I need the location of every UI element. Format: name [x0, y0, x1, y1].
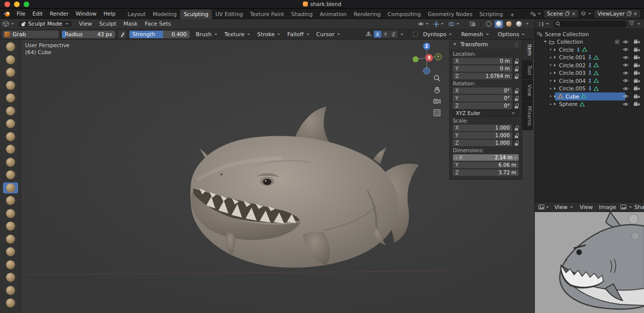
scene-browse-button[interactable] [529, 12, 543, 16]
lock-icon[interactable] [514, 58, 519, 64]
radius-pressure-toggle[interactable] [118, 31, 126, 38]
symmetry-dropdown-caret-icon[interactable] [400, 34, 404, 35]
disclosure-triangle-icon[interactable] [554, 71, 556, 74]
eye-toggle-icon[interactable] [622, 55, 629, 60]
eye-toggle-icon[interactable] [622, 63, 629, 67]
outliner-row-circle[interactable]: Circle [535, 46, 644, 54]
workspace-tab-modeling[interactable]: Modeling [149, 10, 180, 19]
outliner-row-scene-collection[interactable]: Scene Collection [535, 30, 644, 38]
show-visibility-dropdown[interactable] [417, 22, 431, 26]
eye-toggle-icon[interactable] [622, 71, 629, 75]
shading-wireframe-button[interactable] [485, 20, 493, 28]
field-location--x[interactable]: X0 m [453, 58, 512, 64]
shading-rendered-button[interactable] [515, 20, 523, 28]
brush-pose[interactable] [3, 234, 18, 245]
menu-render[interactable]: Render [46, 11, 72, 17]
shark-body-group[interactable] [190, 107, 419, 268]
outliner-search[interactable] [553, 21, 627, 28]
brush-thumb[interactable] [3, 221, 18, 232]
lock-icon[interactable] [514, 95, 519, 101]
lock-icon[interactable] [514, 103, 519, 109]
panel-dropdown-cursor[interactable]: Cursor [313, 31, 344, 38]
panel-dropdown-brush[interactable]: Brush [193, 31, 221, 38]
brush-smooth[interactable] [3, 144, 18, 155]
brush-slide-relax[interactable] [3, 272, 18, 283]
eye-toggle-icon[interactable] [622, 86, 629, 91]
field-rotation--x[interactable]: X0° [453, 87, 512, 94]
field-location--z[interactable]: Z1.0764 m [453, 73, 512, 79]
camera-toggle-icon[interactable] [633, 101, 640, 107]
symmetry-y-toggle[interactable]: Y [382, 31, 389, 38]
symmetry-x-toggle[interactable]: X [374, 31, 381, 38]
field-rotation--z[interactable]: Z0° [453, 102, 512, 109]
workspace-tab-layout[interactable]: Layout [124, 10, 149, 19]
increment-arrow-icon[interactable]: › [514, 155, 516, 160]
brush-draw-sharp[interactable] [3, 54, 18, 65]
viewport-menu-mask[interactable]: Mask [120, 21, 141, 27]
workspace-tab-scripting[interactable]: Scripting [476, 10, 507, 19]
close-window-button[interactable] [5, 2, 10, 7]
lock-icon[interactable] [514, 88, 519, 94]
shading-material-button[interactable] [505, 20, 513, 28]
eye-toggle-icon[interactable] [622, 47, 629, 52]
symmetry-z-toggle[interactable]: Z [390, 31, 397, 38]
zoom-button[interactable] [433, 74, 441, 82]
new-scene-button[interactable] [565, 11, 570, 16]
camera-toggle-icon[interactable] [633, 39, 640, 44]
lock-icon[interactable] [514, 133, 519, 139]
disclosure-triangle-icon[interactable] [554, 48, 556, 51]
navigation-gizmo[interactable]: Z X Y [411, 41, 443, 76]
scene-selector[interactable]: Scene × [544, 10, 578, 18]
field-dimensions--z[interactable]: Z3.72 m [453, 169, 519, 176]
workspace-tab-compositing[interactable]: Compositing [384, 10, 425, 19]
eye-toggle-icon[interactable] [622, 40, 629, 44]
sidebar-tab-view[interactable]: View [522, 80, 533, 101]
outliner-row-cube[interactable]: Cube [535, 92, 644, 100]
decrement-arrow-icon[interactable]: ‹ [455, 155, 457, 160]
brush-inflate[interactable] [3, 106, 18, 117]
camera-toggle-icon[interactable] [633, 94, 640, 99]
disclosure-triangle-icon[interactable] [554, 102, 556, 106]
brush-cloth[interactable] [3, 285, 18, 296]
outliner-row-circle-005[interactable]: Circle.005 [535, 85, 644, 93]
image-editor-canvas[interactable] [535, 212, 644, 313]
pan-button[interactable] [433, 85, 441, 93]
outliner-editor-type-button[interactable] [537, 22, 551, 27]
unlink-scene-button[interactable]: × [572, 11, 576, 17]
filter-dropdown-caret-icon[interactable] [637, 23, 640, 25]
camera-toggle-icon[interactable] [633, 78, 640, 83]
menu-file[interactable]: File [13, 11, 29, 17]
ortho-toggle-button[interactable] [433, 109, 441, 117]
remove-view-layer-button[interactable]: × [633, 11, 637, 17]
outliner-row-sphere[interactable]: Sphere [535, 100, 644, 109]
camera-toggle-icon[interactable] [633, 47, 640, 52]
disclosure-triangle-icon[interactable] [554, 87, 556, 90]
brush-crease[interactable] [3, 131, 18, 142]
image-editor-view-menu[interactable]: View [578, 204, 595, 211]
menu-help[interactable]: Help [100, 11, 119, 17]
strength-slider[interactable]: Strength 0.400 [129, 31, 190, 38]
workspace-tab-sculpting[interactable]: Sculpting [180, 10, 212, 19]
brush-flatten[interactable] [3, 157, 18, 168]
viewport-menu-face-sets[interactable]: Face Sets [141, 21, 175, 27]
lock-icon[interactable] [514, 66, 519, 72]
field-scale--z[interactable]: Z1.000 [453, 140, 512, 146]
workspace-tab-texture-paint[interactable]: Texture Paint [247, 10, 288, 19]
camera-view-button[interactable] [433, 97, 441, 105]
outliner-row-circle-002[interactable]: Circle.002 [535, 61, 644, 69]
xray-toggle[interactable] [469, 22, 477, 27]
camera-toggle-icon[interactable] [633, 86, 640, 91]
brush-scrape[interactable] [3, 169, 18, 180]
brush-blob[interactable] [3, 118, 18, 129]
minimize-window-button[interactable] [14, 2, 20, 7]
view-layer-selector[interactable]: ViewLayer × [595, 10, 640, 18]
radius-slider[interactable]: Radius 43 px [62, 31, 115, 38]
field-rotation--y[interactable]: Y0° [453, 95, 512, 101]
workspace-tab-animation[interactable]: Animation [316, 10, 350, 19]
brush-layer[interactable] [3, 92, 18, 103]
viewport-menu-view[interactable]: View [75, 21, 96, 27]
brush-clay-strips[interactable] [3, 80, 18, 91]
panel-dropdown-falloff[interactable]: Falloff [284, 31, 313, 38]
sidebar-tab-item[interactable]: Item [522, 40, 533, 60]
disclosure-triangle-icon[interactable] [554, 56, 556, 59]
